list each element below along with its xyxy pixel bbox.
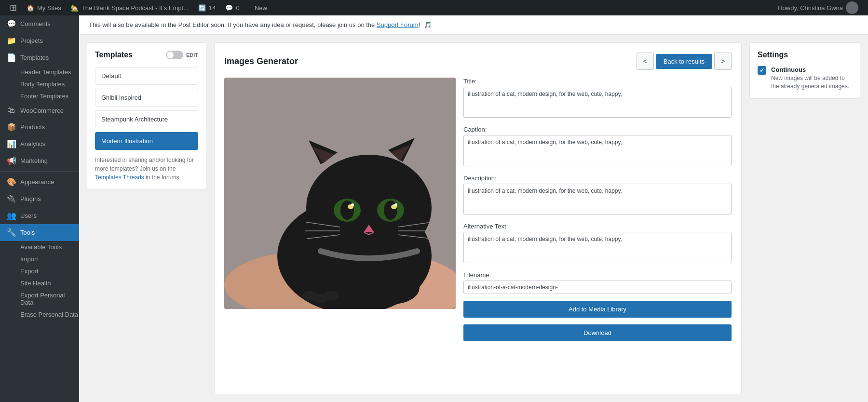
continuous-option: Continuous New images will be added to t… — [771, 66, 852, 91]
sidebar-plugins-label: Plugins — [20, 195, 41, 202]
sidebar-item-projects[interactable]: 📁 Projects — [0, 32, 79, 49]
settings-title: Settings — [758, 51, 852, 59]
available-tools-label: Available Tools — [20, 243, 62, 251]
template-label-default: Default — [101, 72, 121, 80]
description-textarea[interactable] — [463, 184, 732, 214]
sidebar-sub-export-personal[interactable]: Export Personal Data — [0, 289, 79, 308]
caption-textarea[interactable] — [463, 135, 732, 166]
toggle-wrapper[interactable]: EDIT — [166, 51, 198, 59]
sidebar-item-comments[interactable]: 💬 Comments — [0, 15, 79, 32]
sidebar-item-products[interactable]: 📦 Products — [0, 119, 79, 135]
sidebar-sub-import[interactable]: Import — [0, 253, 79, 265]
sidebar-sub-available-tools[interactable]: Available Tools — [0, 241, 79, 253]
home-icon: 🏠 — [27, 4, 34, 12]
edit-toggle[interactable] — [166, 51, 183, 59]
continuous-setting-row: Continuous New images will be added to t… — [758, 66, 852, 91]
avatar-icon — [846, 1, 858, 14]
appearance-icon: 🎨 — [7, 177, 15, 187]
title-textarea-wrapper — [463, 87, 732, 119]
svg-point-11 — [340, 201, 354, 220]
sidebar-tools-label: Tools — [20, 229, 35, 236]
alt-text-textarea[interactable] — [463, 232, 732, 263]
sidebar-sub-erase-personal[interactable]: Erase Personal Data — [0, 308, 79, 321]
filename-field-group: Filename: — [463, 271, 732, 294]
sidebar-item-appearance[interactable]: 🎨 Appearance — [0, 174, 79, 190]
updates-icon: 🔄 — [198, 4, 206, 12]
export-personal-label: Export Personal Data — [20, 292, 65, 306]
marketing-icon: 📢 — [7, 156, 15, 165]
sidebar-products-label: Products — [20, 123, 45, 131]
settings-card: Settings Continuous New images will be a… — [749, 42, 860, 99]
wp-logo-icon: ⊞ — [10, 2, 17, 13]
sidebar-item-analytics[interactable]: 📊 Analytics — [0, 135, 79, 152]
svg-point-12 — [384, 201, 397, 220]
content-area: This will also be available in the Post … — [79, 15, 868, 402]
sidebar-sub-footer-templates[interactable]: Footer Templates — [0, 90, 79, 102]
generator-body: Title: Caption: Descriptio — [224, 78, 732, 341]
sidebar-marketing-label: Marketing — [20, 157, 48, 164]
template-item-ghibli[interactable]: Ghibli Inspired — [95, 89, 198, 107]
sidebar-item-tools[interactable]: 🔧 Tools — [0, 224, 79, 241]
back-to-results-button[interactable]: Back to results — [656, 54, 712, 69]
export-label: Export — [20, 268, 39, 275]
comments-sidebar-icon: 💬 — [7, 19, 15, 28]
sidebar-sub-body-templates[interactable]: Body Templates — [0, 78, 79, 90]
templates-info-suffix: in the forums. — [146, 174, 181, 181]
templates-card: Templates EDIT Default Ghibli Inspired S… — [87, 42, 206, 190]
sidebar-sub-export[interactable]: Export — [0, 265, 79, 277]
template-label-modern: Modern Illustration — [101, 137, 153, 145]
howdy-item[interactable]: Howdy, Christina Gwira — [773, 0, 863, 15]
description-textarea-wrapper — [463, 184, 732, 216]
download-button[interactable]: Download — [463, 324, 732, 341]
sidebar-item-users[interactable]: 👥 Users — [0, 207, 79, 224]
sidebar-sub-site-health[interactable]: Site Health — [0, 277, 79, 289]
sidebar-item-woocommerce[interactable]: 🛍 WooCommerce — [0, 102, 79, 119]
header-templates-label: Header Templates — [20, 68, 71, 76]
continuous-checkbox[interactable] — [758, 66, 766, 75]
howdy-label: Howdy, Christina Gwira — [778, 4, 843, 12]
new-item[interactable]: + New — [244, 0, 272, 15]
template-item-steampunk[interactable]: Steampunk Architecture — [95, 110, 198, 128]
comments-item[interactable]: 💬 0 — [220, 0, 244, 15]
house-icon: 🏡 — [71, 4, 79, 12]
site-health-label: Site Health — [20, 280, 51, 287]
sidebar-item-marketing[interactable]: 📢 Marketing — [0, 152, 79, 169]
wp-logo-item[interactable]: ⊞ — [5, 0, 22, 15]
templates-panel-title: Templates — [95, 51, 133, 59]
template-item-default[interactable]: Default — [95, 67, 198, 85]
generator-title: Images Generator — [224, 56, 298, 67]
settings-panel: Settings Continuous New images will be a… — [749, 42, 860, 394]
woocommerce-icon: 🛍 — [7, 106, 15, 115]
description-field-label: Description: — [463, 174, 732, 182]
sidebar-divider-1 — [0, 171, 79, 172]
prev-button[interactable]: < — [637, 53, 654, 70]
templates-header: Templates EDIT — [95, 51, 198, 59]
add-to-library-button[interactable]: Add to Media Library — [463, 301, 732, 318]
title-textarea[interactable] — [463, 87, 732, 118]
next-button[interactable]: > — [714, 53, 732, 70]
my-sites-item[interactable]: 🏠 My Sites — [22, 0, 66, 15]
toggle-label: EDIT — [186, 52, 198, 58]
banner-message: This will also be available in the Post … — [89, 21, 375, 28]
image-preview — [224, 78, 456, 309]
templates-icon: 📄 — [7, 53, 15, 62]
generator-header: Images Generator < Back to results > — [224, 53, 732, 70]
add-to-library-label: Add to Media Library — [569, 306, 626, 313]
tools-icon: 🔧 — [7, 228, 15, 237]
caption-textarea-wrapper — [463, 135, 732, 167]
sidebar-item-plugins[interactable]: 🔌 Plugins — [0, 190, 79, 207]
templates-threads-link[interactable]: Templates Threads — [95, 174, 144, 181]
svg-point-25 — [366, 270, 420, 304]
description-field-group: Description: — [463, 174, 732, 216]
site-name-item[interactable]: 🏡 The Blank Space Podcast - It's Empt... — [66, 0, 193, 15]
svg-point-15 — [351, 203, 354, 206]
updates-item[interactable]: 🔄 14 — [193, 0, 220, 15]
caption-field-label: Caption: — [463, 126, 732, 133]
generator-panel: Images Generator < Back to results > — [214, 42, 742, 394]
template-item-modern[interactable]: Modern Illustration — [95, 132, 198, 150]
support-forum-link[interactable]: Support Forum — [377, 21, 419, 28]
sidebar-sub-header-templates[interactable]: Header Templates — [0, 66, 79, 78]
footer-templates-label: Footer Templates — [20, 93, 68, 100]
filename-input[interactable] — [463, 281, 732, 294]
sidebar-item-templates[interactable]: 📄 Templates — [0, 49, 79, 66]
